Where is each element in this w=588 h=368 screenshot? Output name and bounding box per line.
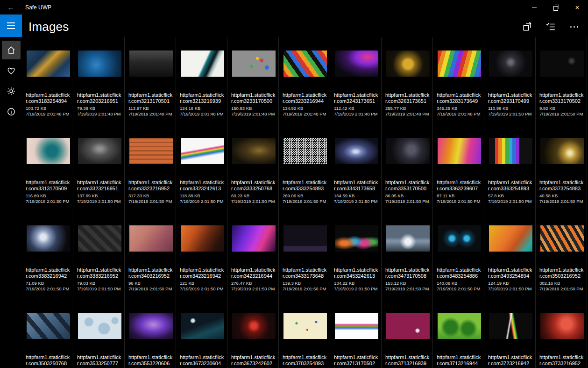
tile-thumbnail[interactable] [129,138,173,164]
image-tile[interactable]: httpfarm1.staticflickr.com3473170508 153… [382,212,433,300]
image-tile[interactable]: httpfarm1.staticflickr.com3703254893 [279,300,330,368]
tile-thumbnail[interactable] [438,313,481,339]
tile-thumbnail[interactable] [386,51,430,77]
image-tile[interactable]: httpfarm1.staticflickr.com3483254886 140… [433,212,484,300]
tile-thumbnail[interactable] [232,313,276,339]
tile-thumbnail[interactable] [181,138,224,164]
image-tile[interactable]: httpfarm1.staticflickr.com3423216944 276… [227,212,279,300]
tile-thumbnail[interactable] [78,51,121,77]
tile-thumbnail[interactable] [283,225,327,252]
image-tile[interactable]: httpfarm1.staticflickr.com3213170501 113… [125,37,176,125]
image-tile[interactable]: httpfarm1.staticflickr.com3333250768 60.… [227,125,279,212]
tile-thumbnail[interactable] [489,51,532,77]
image-tile[interactable]: httpfarm1.staticflickr.com3453242613 134… [330,212,382,300]
tile-thumbnail[interactable] [181,313,224,339]
image-tile[interactable]: httpfarm1.staticflickr.com3503216952 302… [536,212,587,300]
tile-thumbnail[interactable] [386,138,430,164]
image-tile[interactable]: httpfarm1.staticflickr.com3403216952 96 … [125,212,176,300]
image-tile[interactable]: httpfarm1.staticflickr.com3323216952 317… [125,125,176,212]
tile-thumbnail[interactable] [232,51,276,77]
image-tile[interactable]: httpfarm1.staticflickr.com3183254894 103… [22,37,73,125]
image-tile[interactable]: httpfarm1.staticflickr.com3383216942 71.… [22,212,73,300]
tile-thumbnail[interactable] [540,225,584,252]
back-button[interactable]: ← [0,0,21,14]
sidebar-item-about[interactable] [2,102,21,121]
image-tile[interactable]: httpfarm1.staticflickr.com3493254894 124… [484,212,536,300]
image-tile[interactable]: httpfarm1.staticflickr.com3713216939 [382,300,433,368]
image-tile[interactable]: httpfarm1.staticflickr.com3733216952 [536,300,587,368]
image-tile[interactable]: httpfarm1.staticflickr.com3323216951 137… [73,125,125,212]
tile-thumbnail[interactable] [335,138,378,164]
tile-thumbnail[interactable] [181,225,224,252]
image-tile[interactable]: httpfarm1.staticflickr.com3313170509 116… [22,125,73,212]
image-tile[interactable]: httpfarm1.staticflickr.com3533250777 [73,300,125,368]
tile-thumbnail[interactable] [78,225,121,252]
tile-thumbnail[interactable] [540,313,584,339]
image-tile[interactable]: httpfarm1.staticflickr.com3233216944 134… [279,37,330,125]
tile-thumbnail[interactable] [27,313,70,339]
tile-thumbnail[interactable] [489,138,532,164]
image-tile[interactable]: httpfarm1.staticflickr.com3673230604 [176,300,227,368]
image-tile[interactable]: httpfarm1.staticflickr.com3263173651 255… [382,37,433,125]
tile-thumbnail[interactable] [129,313,173,339]
tile-thumbnail[interactable] [489,313,532,339]
tile-thumbnail[interactable] [232,225,276,252]
tile-thumbnail[interactable] [335,51,378,77]
image-tile[interactable]: httpfarm1.staticflickr.com3713216944 [433,300,484,368]
see-more-button[interactable] [565,20,583,33]
image-tile[interactable]: httpfarm1.staticflickr.com3333254893 269… [279,125,330,212]
image-tile[interactable]: httpfarm1.staticflickr.com3363254893 57.… [484,125,536,212]
tile-thumbnail[interactable] [129,51,173,77]
tile-thumbnail[interactable] [335,313,378,339]
close-button[interactable]: × [567,0,588,14]
sidebar-item-favorites[interactable] [2,61,21,80]
tile-thumbnail[interactable] [386,313,430,339]
tile-thumbnail[interactable] [438,225,481,252]
tile-thumbnail[interactable] [489,225,532,252]
tile-thumbnail[interactable] [540,138,584,164]
image-tile[interactable]: httpfarm1.staticflickr.com3673242602 [227,300,279,368]
image-tile[interactable]: httpfarm1.staticflickr.com3503250768 [22,300,73,368]
image-tile[interactable]: httpfarm1.staticflickr.com3353170500 86.… [382,125,433,212]
restore-button[interactable] [545,0,567,14]
tile-thumbnail[interactable] [232,138,276,164]
image-tile[interactable]: httpfarm1.staticflickr.com3243173651 112… [330,37,382,125]
image-tile[interactable]: httpfarm1.staticflickr.com3363239607 87.… [433,125,484,212]
image-tile[interactable]: httpfarm1.staticflickr.com3343173658 164… [330,125,382,212]
image-tile[interactable]: httpfarm1.staticflickr.com3723216942 [484,300,536,368]
tile-thumbnail[interactable] [78,313,121,339]
image-tile[interactable]: httpfarm1.staticflickr.com3383216952 79.… [73,212,125,300]
image-tile[interactable]: httpfarm1.staticflickr.com3213216939 124… [176,37,227,125]
image-tile[interactable]: httpfarm1.staticflickr.com3373254883 40.… [536,125,587,212]
image-tile[interactable]: httpfarm1.staticflickr.com3713170502 [330,300,382,368]
image-tile[interactable]: httpfarm1.staticflickr.com3313170502 9.9… [536,37,587,125]
image-tile[interactable]: httpfarm1.staticflickr.com3283173649 345… [433,37,484,125]
image-tile[interactable]: httpfarm1.staticflickr.com3203216951 79.… [73,37,125,125]
tile-thumbnail[interactable] [283,313,327,339]
sidebar-item-home[interactable] [2,41,21,59]
tile-thumbnail[interactable] [27,51,70,77]
tile-thumbnail[interactable] [386,225,430,252]
tile-thumbnail[interactable] [335,225,378,252]
tile-thumbnail[interactable] [181,51,224,77]
minimize-button[interactable] [524,0,545,14]
tile-thumbnail[interactable] [27,225,70,252]
tile-thumbnail[interactable] [78,138,121,164]
tile-thumbnail[interactable] [27,138,70,164]
sidebar-item-settings[interactable] [2,82,21,101]
tile-thumbnail[interactable] [438,138,481,164]
rotate-button[interactable] [518,20,537,33]
image-tile[interactable]: httpfarm1.staticflickr.com3233170500 150… [227,37,279,125]
tile-thumbnail[interactable] [438,51,481,77]
tile-thumbnail[interactable] [283,138,327,164]
tile-thumbnail[interactable] [129,225,173,252]
image-tile[interactable]: httpfarm1.staticflickr.com3423216942 121… [176,212,227,300]
image-tile[interactable]: httpfarm1.staticflickr.com3323242613 118… [176,125,227,212]
multi-select-button[interactable] [541,20,560,33]
image-tile[interactable]: httpfarm1.staticflickr.com3553220606 [125,300,176,368]
tile-thumbnail[interactable] [540,51,584,77]
tile-thumbnail[interactable] [283,51,327,77]
image-tile[interactable]: httpfarm1.staticflickr.com3433173648 139… [279,212,330,300]
hamburger-menu-button[interactable] [0,14,22,37]
image-tile[interactable]: httpfarm1.staticflickr.com3293170499 110… [484,37,536,125]
